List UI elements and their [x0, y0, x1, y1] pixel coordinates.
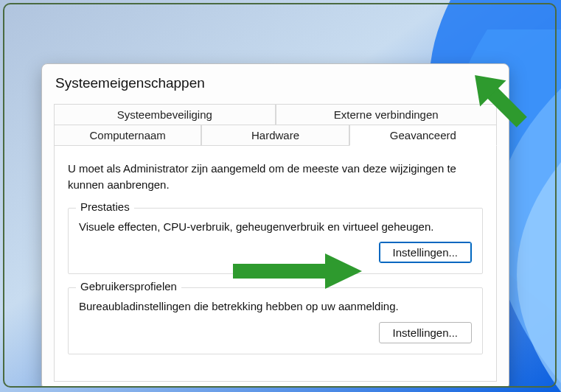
groupbox-performance: Prestaties Visuele effecten, CPU-verbrui… [68, 208, 483, 275]
dialog-title: Systeemeigenschappen [55, 75, 205, 91]
performance-description: Visuele effecten, CPU-verbruik, geheugen… [79, 219, 472, 235]
tab-label: Hardware [251, 129, 299, 141]
close-button[interactable] [473, 71, 497, 95]
tab-computer-name[interactable]: Computernaam [54, 125, 201, 146]
groupbox-legend: Prestaties [76, 200, 134, 213]
dialog-titlebar: Systeemeigenschappen [42, 64, 509, 101]
tab-label: Externe verbindingen [334, 108, 439, 121]
admin-note: U moet als Administrator zijn aangemeld … [68, 161, 483, 193]
tab-system-protection[interactable]: Systeembeveiliging [54, 104, 276, 125]
groupbox-user-profiles: Gebruikersprofielen Bureaubladinstelling… [68, 287, 483, 354]
tab-remote[interactable]: Externe verbindingen [276, 104, 498, 125]
screenshot-border: Systeemeigenschappen Systeembeveiliging … [3, 3, 557, 388]
tab-label: Geavanceerd [390, 129, 456, 141]
user-profiles-settings-button[interactable]: Instellingen... [379, 322, 472, 343]
system-properties-dialog: Systeemeigenschappen Systeembeveiliging … [41, 63, 509, 388]
tab-advanced[interactable]: Geavanceerd [349, 125, 497, 146]
tab-label: Computernaam [89, 129, 165, 141]
tab-label: Systeembeveiliging [117, 108, 212, 121]
tab-hardware[interactable]: Hardware [201, 125, 349, 146]
tab-control: Systeembeveiliging Externe verbindingen … [42, 101, 509, 146]
groupbox-legend: Gebruikersprofielen [76, 280, 181, 293]
user-profiles-description: Bureaubladinstellingen die betrekking he… [79, 298, 472, 315]
tab-panel-advanced: U moet als Administrator zijn aangemeld … [54, 146, 497, 382]
performance-settings-button[interactable]: Instellingen... [379, 242, 472, 263]
close-icon [480, 78, 491, 89]
